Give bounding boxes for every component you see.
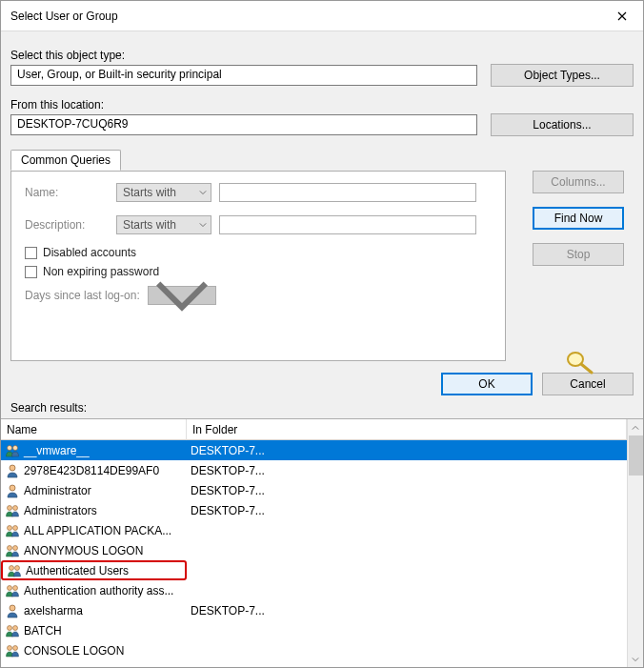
ok-button[interactable]: OK (441, 373, 533, 395)
result-name-text: BATCH (24, 624, 62, 638)
svg-point-8 (13, 525, 18, 530)
result-folder-cell: DESKTOP-7... (187, 484, 627, 497)
svg-point-15 (10, 605, 15, 611)
find-now-button[interactable]: Find Now (533, 207, 624, 230)
result-folder-cell: DESKTOP-7... (187, 444, 627, 457)
result-name-text: Administrator (24, 484, 91, 497)
result-name-text: 2978E423D8114DE99AF0 (24, 464, 159, 477)
cq-desc-combo[interactable]: Starts with (116, 215, 211, 234)
result-name-cell: Administrators (1, 503, 187, 518)
group-icon (5, 523, 20, 538)
group-icon (5, 443, 20, 458)
result-name-cell: __vmware__ (1, 443, 187, 458)
table-row[interactable]: CONSOLE LOGON (1, 640, 627, 660)
result-name-cell: ALL APPLICATION PACKA... (1, 523, 187, 538)
days-since-label: Days since last log-on: (25, 289, 140, 302)
days-since-combo[interactable] (148, 286, 216, 305)
table-row[interactable]: 2978E423D8114DE99AF0 DESKTOP-7... (1, 460, 627, 480)
cq-desc-label: Description: (25, 218, 109, 232)
tab-common-queries[interactable]: Common Queries (10, 150, 121, 171)
titlebar: Select User or Group (1, 1, 643, 31)
result-name-cell: Authentication authority ass... (1, 583, 187, 598)
locations-button[interactable]: Locations... (491, 113, 634, 136)
cq-name-input[interactable] (219, 183, 476, 202)
results-scrollbar[interactable] (627, 419, 643, 667)
result-folder-cell: DESKTOP-7... (187, 504, 627, 517)
scroll-up-button[interactable] (628, 419, 644, 435)
stop-button[interactable]: Stop (533, 243, 624, 266)
object-type-label: Select this object type: (10, 49, 634, 62)
object-types-button[interactable]: Object Types... (491, 64, 634, 87)
svg-point-19 (13, 645, 18, 650)
group-icon (5, 503, 20, 518)
result-name-text: __vmware__ (24, 444, 90, 457)
search-results-label: Search results: (1, 397, 643, 418)
svg-point-10 (13, 545, 18, 550)
results-list[interactable]: Name In Folder __vmware__ DESKTOP-7... 2… (1, 419, 627, 667)
svg-point-3 (10, 465, 15, 471)
svg-point-1 (8, 445, 12, 450)
table-row[interactable]: Authenticated Users (1, 560, 627, 580)
svg-point-17 (13, 625, 18, 630)
group-icon (5, 643, 20, 658)
disabled-accounts-label: Disabled accounts (43, 246, 136, 259)
svg-point-4 (10, 485, 15, 491)
column-infolder[interactable]: In Folder (187, 419, 627, 440)
result-name-cell: BATCH (1, 623, 187, 638)
svg-point-6 (13, 505, 18, 510)
user-icon (5, 483, 20, 498)
result-name-text: Authentication authority ass... (24, 584, 173, 597)
columns-button[interactable]: Columns... (533, 171, 624, 193)
result-name-text: CONSOLE LOGON (24, 644, 124, 658)
chevron-down-icon (152, 266, 211, 325)
svg-point-12 (15, 565, 20, 570)
scrollbar-thumb[interactable] (629, 435, 643, 476)
group-icon (7, 563, 22, 578)
result-name-cell: 2978E423D8114DE99AF0 (1, 463, 187, 478)
common-queries-panel: Name: Starts with Description: Starts wi… (10, 171, 506, 361)
chevron-up-icon (632, 424, 639, 432)
table-row[interactable]: Authentication authority ass... (1, 580, 627, 600)
table-row[interactable]: __vmware__ DESKTOP-7... (1, 440, 627, 460)
cq-name-combo[interactable]: Starts with (116, 183, 211, 202)
select-user-dialog: Select User or Group Select this object … (0, 0, 644, 668)
result-folder-cell: DESKTOP-7... (187, 464, 627, 477)
cq-desc-combo-text: Starts with (123, 218, 176, 232)
disabled-accounts-check[interactable]: Disabled accounts (25, 246, 492, 259)
result-name-cell: CONSOLE LOGON (1, 643, 187, 658)
result-name-text: Administrators (24, 504, 97, 517)
svg-point-14 (13, 585, 18, 590)
chevron-down-icon (199, 221, 207, 229)
table-row[interactable]: Administrator DESKTOP-7... (1, 480, 627, 500)
location-label: From this location: (10, 98, 634, 111)
svg-point-9 (8, 545, 12, 550)
cq-name-label: Name: (25, 186, 109, 199)
table-row[interactable]: Administrators DESKTOP-7... (1, 500, 627, 520)
svg-point-2 (13, 445, 18, 450)
group-icon (5, 583, 20, 598)
non-expiring-check[interactable]: Non expiring password (25, 265, 492, 278)
scroll-down-button[interactable] (628, 651, 644, 667)
result-name-cell: axelsharma (1, 603, 187, 618)
svg-point-7 (8, 525, 12, 530)
svg-point-13 (8, 585, 12, 590)
chevron-down-icon (199, 189, 207, 196)
user-icon (5, 603, 20, 618)
table-row[interactable]: axelsharma DESKTOP-7... (1, 600, 627, 620)
result-name-text: Authenticated Users (26, 564, 129, 577)
search-icon (563, 350, 594, 374)
table-row[interactable]: ANONYMOUS LOGON (1, 540, 627, 560)
column-name[interactable]: Name (1, 419, 187, 440)
object-type-field[interactable]: User, Group, or Built-in security princi… (10, 65, 477, 86)
close-button[interactable] (601, 2, 643, 30)
cancel-button[interactable]: Cancel (542, 373, 634, 395)
result-folder-cell: DESKTOP-7... (187, 604, 627, 617)
result-name-cell: Administrator (1, 483, 187, 498)
user-icon (5, 463, 20, 478)
cq-desc-input[interactable] (219, 215, 476, 234)
location-field[interactable]: DESKTOP-7CUQ6R9 (10, 114, 477, 135)
svg-point-18 (8, 645, 12, 650)
table-row[interactable]: ALL APPLICATION PACKA... (1, 520, 627, 540)
table-row[interactable]: BATCH (1, 620, 627, 640)
svg-point-5 (8, 505, 12, 510)
